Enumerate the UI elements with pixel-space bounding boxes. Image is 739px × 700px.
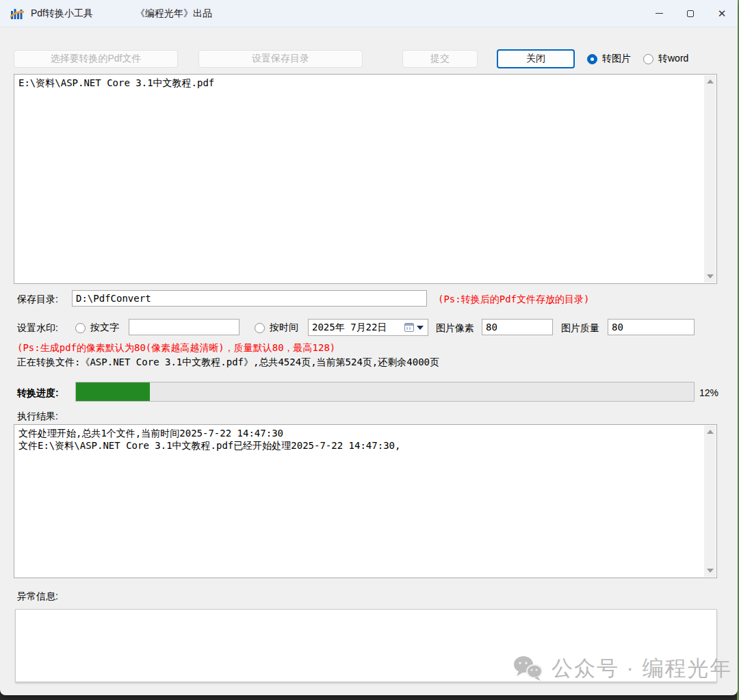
result-content: 文件处理开始,总共1个文件,当前时间2025-7-22 14:47:30 文件E… (18, 427, 700, 452)
progress-bar (75, 382, 695, 402)
scroll-up-icon[interactable] (707, 79, 714, 83)
close-window-button[interactable]: ✕ (706, 0, 738, 27)
titlebar: Pdf转换小工具 《编程光年》出品 ✕ (0, 0, 738, 27)
file-list-textarea[interactable]: E:\资料\ASP.NET Core 3.1中文教程.pdf (14, 74, 717, 284)
progress-fill (76, 383, 150, 401)
convert-to-image-radio[interactable] (587, 54, 597, 64)
maximize-icon (687, 10, 694, 17)
chevron-down-icon[interactable] (417, 326, 424, 330)
image-quality-input[interactable] (608, 319, 695, 335)
file-list-scrollbar[interactable] (704, 75, 716, 283)
scroll-down-icon[interactable] (707, 569, 714, 573)
convert-to-word-label: 转word (658, 53, 688, 65)
save-dir-input[interactable] (72, 290, 427, 307)
by-time-label: 按时间 (270, 322, 298, 334)
convert-to-image-label: 转图片 (602, 53, 631, 65)
file-list-content: E:\资料\ASP.NET Core 3.1中文教程.pdf (18, 77, 700, 89)
minimize-icon (656, 13, 663, 14)
submit-button[interactable]: 提交 (402, 50, 478, 68)
date-value: 2025年 7月22日 (312, 322, 404, 334)
result-scrollbar[interactable] (704, 426, 716, 577)
by-text-label: 按文字 (90, 322, 119, 334)
scroll-up-icon[interactable] (707, 430, 714, 434)
maximize-button[interactable] (675, 0, 706, 27)
app-icon (10, 7, 24, 21)
app-window: Pdf转换小工具 《编程光年》出品 ✕ 选择要转换的Pdf文件 设置保存目录 提… (0, 0, 738, 695)
window-title: Pdf转换小工具 (31, 8, 93, 20)
progress-label: 转换进度: (17, 387, 59, 400)
exception-label: 异常信息: (17, 591, 58, 603)
window-subtitle: 《编程光年》出品 (135, 8, 212, 20)
calendar-icon (404, 323, 414, 332)
pixel-hint-text: (Ps:生成pdf的像素默认为80(像素越高越清晰)，质量默认80，最高128) (17, 342, 335, 354)
set-save-dir-button[interactable]: 设置保存目录 (198, 50, 363, 68)
convert-to-word-radio[interactable] (643, 54, 653, 64)
save-dir-label: 保存目录: (17, 294, 58, 306)
minimize-button[interactable] (643, 0, 675, 27)
watermark-text-input[interactable] (129, 319, 239, 335)
close-icon: ✕ (718, 8, 727, 18)
exception-textarea[interactable] (15, 609, 717, 682)
converting-status-text: 正在转换文件:《ASP.NET Core 3.1中文教程.pdf》,总共4524… (17, 357, 439, 369)
window-controls: ✕ (643, 0, 738, 27)
close-button[interactable]: 关闭 (497, 49, 575, 68)
progress-percent: 12% (699, 387, 718, 398)
image-quality-label: 图片质量 (561, 322, 599, 335)
date-picker[interactable]: 2025年 7月22日 (308, 319, 428, 336)
image-pixel-label: 图片像素 (436, 322, 474, 335)
scroll-down-icon[interactable] (707, 274, 714, 278)
image-pixel-input[interactable] (482, 319, 553, 335)
watermark-label: 设置水印: (17, 322, 58, 335)
by-time-radio[interactable] (255, 323, 265, 333)
select-pdf-button[interactable]: 选择要转换的Pdf文件 (14, 50, 178, 68)
by-text-radio[interactable] (75, 323, 86, 333)
result-textarea[interactable]: 文件处理开始,总共1个文件,当前时间2025-7-22 14:47:30 文件E… (14, 424, 717, 578)
result-label: 执行结果: (17, 411, 58, 423)
save-dir-hint: (Ps:转换后的Pdf文件存放的目录) (438, 294, 589, 306)
